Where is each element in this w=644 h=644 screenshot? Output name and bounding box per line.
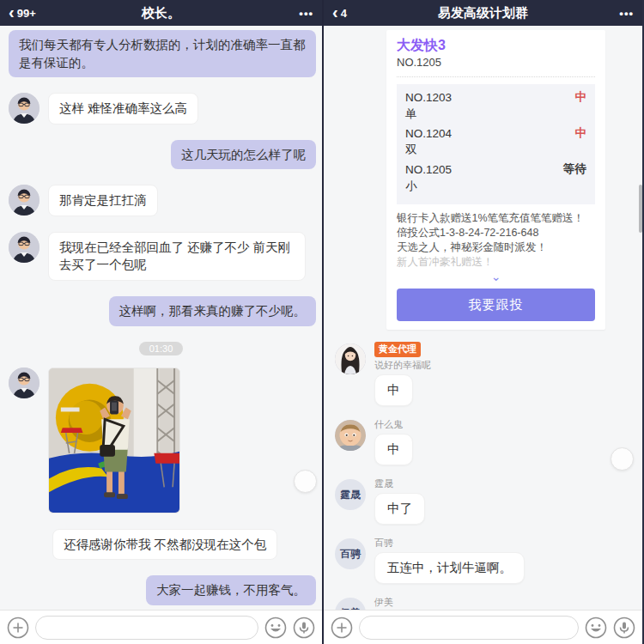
member-avatar[interactable]: 百骋 xyxy=(335,538,366,569)
message-bubble[interactable]: 我现在已经全部回血了 还赚了不少 前天刚去买了一个包呢 xyxy=(48,232,306,281)
member-avatar[interactable] xyxy=(335,343,366,374)
message-input[interactable] xyxy=(359,616,579,640)
back-chevron-icon: ‹ xyxy=(9,3,15,21)
message-row: 那肯定是扛扛滴 xyxy=(6,185,316,216)
unread-count-badge: 4 xyxy=(341,7,347,20)
game-name: 大发快3 xyxy=(397,37,595,54)
man-avatar-illustration xyxy=(9,232,39,263)
group-message-body: 霆晟中了 xyxy=(374,477,425,525)
plan-result-row: NO.1205等待小 xyxy=(405,161,586,194)
expand-chevron-icon[interactable]: ⌄ xyxy=(397,272,595,283)
private-chat-screen: ‹ 99+ 校长。 ••• 我们每天都有专人分析数据的，计划的准确率一直都是有保… xyxy=(0,0,322,644)
group-message-row: 霆晟霆晟中了 xyxy=(330,477,636,525)
message-bubble[interactable]: 还得感谢你带我 不然都没现在这个包 xyxy=(52,529,277,561)
promo-line: 天选之人，神秘彩金随时派发！ xyxy=(397,240,595,255)
message-bubble[interactable]: 五连中，计划牛逼啊。 xyxy=(374,552,525,584)
voice-mic-button[interactable] xyxy=(613,617,635,639)
attach-plus-button[interactable] xyxy=(331,617,353,639)
scrollbar-thumb[interactable] xyxy=(639,185,642,233)
message-row: 这样啊，那看来真的赚了不少呢。 xyxy=(6,296,316,326)
right-input-bar xyxy=(324,610,642,644)
back-button[interactable]: ‹ 99+ xyxy=(9,4,36,21)
message-bubble[interactable]: 大家一起赚钱，不用客气。 xyxy=(146,575,316,605)
photo-message[interactable] xyxy=(48,368,180,513)
unread-count-badge: 99+ xyxy=(17,7,36,20)
sender-avatar[interactable] xyxy=(9,185,39,216)
message-bubble[interactable]: 中 xyxy=(374,374,413,406)
group-message-row: 黄金代理说好的幸福呢中 xyxy=(330,342,636,406)
member-avatar[interactable] xyxy=(335,420,366,451)
member-role-badge: 黄金代理 xyxy=(374,342,421,357)
promo-line: 银行卡入款赠送1%笔笔充值笔笔赠送！ xyxy=(397,211,595,226)
message-bubble[interactable]: 我们每天都有专人分析数据的，计划的准确率一直都是有保证的。 xyxy=(9,30,316,77)
mirror-selfie-photo-illustration xyxy=(49,368,179,513)
member-avatar[interactable]: 霆晟 xyxy=(335,479,366,510)
sender-avatar[interactable] xyxy=(9,368,39,398)
message-bubble[interactable]: 那肯定是扛扛滴 xyxy=(48,185,158,216)
baby-avatar-photo xyxy=(335,420,366,451)
member-name: 百骋 xyxy=(374,537,393,550)
man-avatar-illustration xyxy=(9,93,39,124)
group-message-row: 百骋百骋五连中，计划牛逼啊。 xyxy=(330,537,636,584)
dotted-divider xyxy=(397,76,595,77)
member-name: 霆晟 xyxy=(374,477,393,490)
plan-result-row: NO.1203中单 xyxy=(405,89,586,122)
sender-avatar[interactable] xyxy=(9,232,39,263)
row-result: 等待 xyxy=(563,161,586,177)
member-name: 说好的幸福呢 xyxy=(374,359,431,372)
plan-result-row: NO.1204中双 xyxy=(405,125,586,158)
row-result: 中 xyxy=(575,89,587,105)
group-message-body: 伊美厉害厉害 xyxy=(374,596,450,610)
minimize-chat-button[interactable] xyxy=(294,470,317,493)
right-message-list[interactable]: 大发快3 NO.1205 NO.1203中单NO.1204中双NO.1205等待… xyxy=(324,26,642,610)
message-bubble[interactable]: 这样 难怪准确率这么高 xyxy=(48,93,198,125)
group-message-body: 什么鬼中 xyxy=(374,418,413,465)
promo-line: 新人首冲豪礼赠送！ xyxy=(397,255,595,270)
message-bubble[interactable]: 中了 xyxy=(374,493,425,525)
dual-chat-screens: ‹ 99+ 校长。 ••• 我们每天都有专人分析数据的，计划的准确率一直都是有保… xyxy=(0,0,644,644)
message-bubble[interactable]: 中 xyxy=(374,434,413,465)
back-button[interactable]: ‹ 4 xyxy=(332,4,347,21)
row-pick: 小 xyxy=(405,179,586,194)
left-message-list[interactable]: 我们每天都有专人分析数据的，计划的准确率一直都是有保证的。 这样 难怪准确率这么… xyxy=(0,26,322,610)
message-bubble[interactable]: 这样啊，那看来真的赚了不少呢。 xyxy=(109,296,317,326)
minimize-chat-button[interactable] xyxy=(611,447,634,471)
row-result: 中 xyxy=(575,125,587,141)
message-input[interactable] xyxy=(35,616,258,640)
promo-line: 倍投公式1-3-8-24-72-216-648 xyxy=(397,226,595,240)
row-issue: NO.1203 xyxy=(405,91,452,104)
woman-avatar-photo xyxy=(335,343,366,374)
group-title: 易发高级计划群 xyxy=(438,5,528,21)
man-avatar-illustration xyxy=(9,185,39,216)
timestamp: 01:30 xyxy=(139,342,184,355)
member-name: 伊美 xyxy=(374,596,393,609)
promo-text-block: 银行卡入款赠送1%笔笔充值笔笔赠送！倍投公式1-3-8-24-72-216-64… xyxy=(397,211,595,270)
message-row: 大家一起赚钱，不用客气。 xyxy=(6,575,316,605)
message-bubble[interactable]: 这几天玩的怎么样了呢 xyxy=(171,140,316,170)
row-issue: NO.1205 xyxy=(405,163,452,176)
row-issue: NO.1204 xyxy=(405,127,452,140)
more-menu-button[interactable]: ••• xyxy=(619,7,634,20)
left-chat-header: ‹ 99+ 校长。 ••• xyxy=(0,0,322,26)
follow-bet-button[interactable]: 我要跟投 xyxy=(397,289,595,321)
message-row xyxy=(6,368,316,513)
row-pick: 单 xyxy=(405,106,586,122)
group-chat-screen: ‹ 4 易发高级计划群 ••• 大发快3 NO.1205 NO.1203中单NO… xyxy=(324,0,642,644)
group-message-body: 百骋五连中，计划牛逼啊。 xyxy=(374,537,525,584)
message-row: 这样 难怪准确率这么高 xyxy=(6,93,316,125)
group-message-body: 黄金代理说好的幸福呢中 xyxy=(374,342,431,406)
voice-mic-button[interactable] xyxy=(293,617,315,639)
man-avatar-illustration xyxy=(9,368,39,398)
member-avatar[interactable]: 伊美 xyxy=(335,598,366,610)
right-chat-header: ‹ 4 易发高级计划群 ••• xyxy=(324,0,642,26)
sender-avatar[interactable] xyxy=(9,93,39,124)
timestamp-row: 01:30 xyxy=(6,342,316,355)
more-menu-button[interactable]: ••• xyxy=(299,7,313,20)
emoji-button[interactable] xyxy=(264,617,287,639)
message-row: 还得感谢你带我 不然都没现在这个包 xyxy=(6,529,316,561)
emoji-button[interactable] xyxy=(585,617,607,639)
plan-results-box: NO.1203中单NO.1204中双NO.1205等待小 xyxy=(397,84,595,204)
message-row: 这几天玩的怎么样了呢 xyxy=(6,140,316,170)
group-message-row: 伊美伊美厉害厉害 xyxy=(330,596,636,610)
attach-plus-button[interactable] xyxy=(7,617,29,639)
